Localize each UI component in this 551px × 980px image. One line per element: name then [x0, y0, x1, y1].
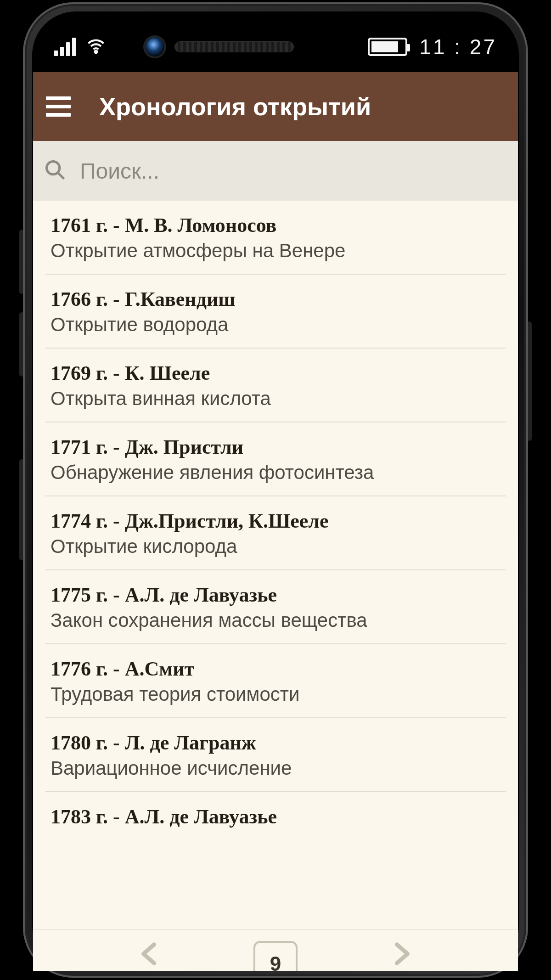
list-item[interactable]: 1766 г. - Г.Кавендиш Открытие водорода: [45, 275, 506, 349]
app-screen: Хронология открытий 1761 г. - М. В. Ломо…: [33, 72, 518, 971]
search-icon: [43, 158, 67, 184]
list-item-desc: Трудовая теория стоимости: [51, 683, 500, 705]
list-item-title: 1766 г. - Г.Кавендиш: [51, 287, 500, 311]
status-time: 11 : 27: [419, 34, 497, 59]
pager: 9: [33, 929, 518, 971]
list-item-title: 1776 г. - А.Смит: [51, 657, 500, 681]
prev-page-button[interactable]: [134, 938, 166, 971]
list-item-desc: Открыта винная кислота: [51, 388, 500, 410]
list-item-title: 1783 г. - А.Л. де Лавуазье: [51, 805, 500, 828]
page-number[interactable]: 9: [253, 941, 298, 971]
list-item[interactable]: 1776 г. - А.Смит Трудовая теория стоимос…: [45, 644, 506, 718]
list-item-title: 1774 г. - Дж.Пристли, К.Шееле: [51, 509, 500, 533]
list-item-title: 1775 г. - А.Л. де Лавуазье: [51, 583, 500, 607]
list-item[interactable]: 1771 г. - Дж. Пристли Обнаружение явлени…: [45, 422, 506, 496]
search-bar[interactable]: [33, 141, 518, 201]
phone-bezel: 11 : 27 Хронология открытий: [32, 11, 519, 969]
wifi-icon: [86, 36, 106, 58]
front-camera-icon: [143, 35, 166, 58]
menu-icon[interactable]: [46, 96, 71, 117]
list-item-title: 1769 г. - К. Шееле: [51, 361, 500, 385]
list-item[interactable]: 1774 г. - Дж.Пристли, К.Шееле Открытие к…: [45, 496, 506, 570]
list-item-desc: Открытие водорода: [51, 314, 500, 336]
battery-icon: [368, 38, 407, 56]
svg-line-2: [58, 173, 64, 179]
app-bar: Хронология открытий: [33, 72, 518, 141]
svg-point-0: [95, 51, 97, 53]
search-input[interactable]: [80, 158, 504, 184]
list-item-title: 1771 г. - Дж. Пристли: [51, 435, 500, 459]
list-item-desc: Открытие кислорода: [51, 535, 500, 558]
list-item-desc: Обнаружение явления фотосинтеза: [51, 462, 500, 484]
next-page-button[interactable]: [385, 938, 417, 971]
page-title: Хронология открытий: [99, 92, 371, 121]
list-item[interactable]: 1783 г. - А.Л. де Лавуазье: [45, 792, 506, 828]
svg-point-1: [47, 162, 60, 175]
list-item-desc: Вариационное исчисление: [51, 757, 500, 779]
discovery-list[interactable]: 1761 г. - М. В. Ломоносов Открытие атмос…: [33, 201, 518, 828]
list-item-desc: Открытие атмосферы на Венере: [51, 240, 500, 262]
list-item[interactable]: 1780 г. - Л. де Лагранж Вариационное исч…: [45, 718, 506, 792]
list-item-title: 1761 г. - М. В. Ломоносов: [51, 214, 500, 237]
phone-frame: 11 : 27 Хронология открытий: [23, 2, 528, 978]
list-item-title: 1780 г. - Л. де Лагранж: [51, 731, 500, 755]
status-bar: 11 : 27: [32, 21, 519, 68]
list-item[interactable]: 1761 г. - М. В. Ломоносов Открытие атмос…: [45, 201, 506, 275]
list-item[interactable]: 1769 г. - К. Шееле Открыта винная кислот…: [45, 349, 506, 422]
list-item-desc: Закон сохранения массы вещества: [51, 609, 500, 631]
list-item[interactable]: 1775 г. - А.Л. де Лавуазье Закон сохране…: [45, 570, 506, 644]
speaker-grille: [174, 41, 294, 52]
cell-signal-icon: [54, 38, 76, 56]
